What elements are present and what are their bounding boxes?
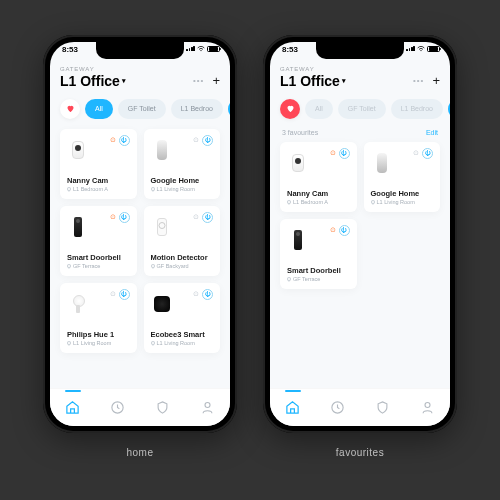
power-icon[interactable]: ⏻ bbox=[119, 289, 130, 300]
chevron-down-icon: ▾ bbox=[342, 77, 346, 85]
filter-chip-l1-bedroom[interactable]: L1 Bedroo bbox=[171, 99, 223, 119]
device-card[interactable]: ⊙⏻ Google Home L1 Living Room bbox=[364, 142, 441, 212]
layout-toggle[interactable] bbox=[448, 99, 450, 119]
status-icon: ⊙ bbox=[193, 136, 199, 144]
device-card[interactable]: ⊙⏻ Ecobee3 Smart L1 Living Room bbox=[144, 283, 221, 353]
device-name: Smart Doorbell bbox=[287, 266, 350, 275]
filter-chip-l1-bedroom[interactable]: L1 Bedroo bbox=[391, 99, 443, 119]
device-room: L1 Living Room bbox=[151, 340, 214, 346]
device-name: Nanny Cam bbox=[287, 189, 350, 198]
add-icon[interactable]: + bbox=[212, 73, 220, 88]
alert-icon: ⊙ bbox=[110, 213, 116, 221]
header-eyebrow: GATEWAY bbox=[280, 66, 440, 72]
tab-home[interactable] bbox=[62, 396, 84, 418]
location-selector[interactable]: L1 Office ▾ bbox=[60, 73, 126, 89]
tab-bar bbox=[270, 388, 450, 426]
recording-icon: ⊙ bbox=[330, 149, 336, 157]
more-icon[interactable]: ••• bbox=[413, 76, 424, 85]
tab-profile[interactable] bbox=[197, 396, 219, 418]
device-name: Motion Detector bbox=[151, 253, 214, 262]
caption-right: favourites bbox=[263, 447, 457, 458]
filter-chip-gf-toilet[interactable]: GF Toilet bbox=[118, 99, 166, 119]
notch bbox=[316, 42, 404, 59]
favourites-count: 3 favourites bbox=[282, 129, 318, 136]
power-icon[interactable]: ⏻ bbox=[339, 148, 350, 159]
favourites-toggle[interactable] bbox=[280, 99, 300, 119]
location-title: L1 Office bbox=[280, 73, 340, 89]
status-icons bbox=[406, 46, 440, 52]
power-icon[interactable]: ⏻ bbox=[422, 148, 433, 159]
device-card[interactable]: ⊙⏻ Nanny Cam L1 Bedroom A bbox=[280, 142, 357, 212]
device-card[interactable]: ⊙⏻ Philips Hue 1 L1 Living Room bbox=[60, 283, 137, 353]
status-time: 8:53 bbox=[62, 45, 78, 54]
camera-icon bbox=[292, 154, 304, 172]
device-name: Google Home bbox=[151, 176, 214, 185]
header-eyebrow: GATEWAY bbox=[60, 66, 220, 72]
status-time: 8:53 bbox=[282, 45, 298, 54]
phone-right: 8:53 GATEWAY L1 Office ▾ ••• + bbox=[263, 35, 457, 433]
svg-point-1 bbox=[205, 402, 210, 407]
device-name: Google Home bbox=[371, 189, 434, 198]
device-name: Nanny Cam bbox=[67, 176, 130, 185]
edit-button[interactable]: Edit bbox=[426, 129, 438, 136]
status-icon: ⊙ bbox=[193, 213, 199, 221]
device-room: L1 Living Room bbox=[371, 199, 434, 205]
device-room: L1 Living Room bbox=[67, 340, 130, 346]
power-icon[interactable]: ⏻ bbox=[202, 289, 213, 300]
tab-activity[interactable] bbox=[107, 396, 129, 418]
status-icon: ⊙ bbox=[110, 290, 116, 298]
device-room: GF Backyard bbox=[151, 263, 214, 269]
device-name: Ecobee3 Smart bbox=[151, 330, 214, 339]
status-icons bbox=[186, 46, 220, 52]
alert-icon: ⊙ bbox=[330, 226, 336, 234]
favourites-toggle[interactable] bbox=[60, 99, 80, 119]
power-icon[interactable]: ⏻ bbox=[119, 212, 130, 223]
tab-home[interactable] bbox=[282, 396, 304, 418]
tab-bar bbox=[50, 388, 230, 426]
filter-chip-all[interactable]: All bbox=[85, 99, 113, 119]
layout-toggle[interactable] bbox=[228, 99, 230, 119]
tab-security[interactable] bbox=[152, 396, 174, 418]
device-card[interactable]: ⊙⏻ Smart Doorbell GF Terrace bbox=[280, 219, 357, 289]
chevron-down-icon: ▾ bbox=[122, 77, 126, 85]
device-room: L1 Living Room bbox=[151, 186, 214, 192]
caption-left: home bbox=[43, 447, 237, 458]
tab-profile[interactable] bbox=[417, 396, 439, 418]
svg-point-3 bbox=[425, 402, 430, 407]
power-icon[interactable]: ⏻ bbox=[202, 135, 213, 146]
device-card[interactable]: ⊙⏻ Smart Doorbell GF Terrace bbox=[60, 206, 137, 276]
device-room: L1 Bedroom A bbox=[67, 186, 130, 192]
speaker-icon bbox=[377, 153, 387, 173]
motion-icon bbox=[157, 218, 167, 236]
recording-icon: ⊙ bbox=[110, 136, 116, 144]
tab-activity[interactable] bbox=[327, 396, 349, 418]
more-icon[interactable]: ••• bbox=[193, 76, 204, 85]
doorbell-icon bbox=[294, 230, 302, 250]
device-name: Smart Doorbell bbox=[67, 253, 130, 262]
device-room: GF Terrace bbox=[67, 263, 130, 269]
add-icon[interactable]: + bbox=[432, 73, 440, 88]
thermostat-icon bbox=[154, 296, 170, 312]
phone-left: 8:53 GATEWAY L1 Office ▾ ••• + bbox=[43, 35, 237, 433]
device-room: GF Terrace bbox=[287, 276, 350, 282]
location-selector[interactable]: L1 Office ▾ bbox=[280, 73, 346, 89]
power-icon[interactable]: ⏻ bbox=[202, 212, 213, 223]
device-card[interactable]: ⊙ ⏻ Nanny Cam L1 Bedroom A bbox=[60, 129, 137, 199]
tab-security[interactable] bbox=[372, 396, 394, 418]
status-icon: ⊙ bbox=[413, 149, 419, 157]
status-icon: ⊙ bbox=[193, 290, 199, 298]
device-card[interactable]: ⊙⏻ Motion Detector GF Backyard bbox=[144, 206, 221, 276]
device-name: Philips Hue 1 bbox=[67, 330, 130, 339]
notch bbox=[96, 42, 184, 59]
filter-chip-all[interactable]: All bbox=[305, 99, 333, 119]
power-icon[interactable]: ⏻ bbox=[119, 135, 130, 146]
power-icon[interactable]: ⏻ bbox=[339, 225, 350, 236]
device-card[interactable]: ⊙⏻ Google Home L1 Living Room bbox=[144, 129, 221, 199]
speaker-icon bbox=[157, 140, 167, 160]
device-room: L1 Bedroom A bbox=[287, 199, 350, 205]
filter-chip-gf-toilet[interactable]: GF Toilet bbox=[338, 99, 386, 119]
bulb-icon bbox=[73, 295, 83, 313]
location-title: L1 Office bbox=[60, 73, 120, 89]
camera-icon bbox=[72, 141, 84, 159]
doorbell-icon bbox=[74, 217, 82, 237]
